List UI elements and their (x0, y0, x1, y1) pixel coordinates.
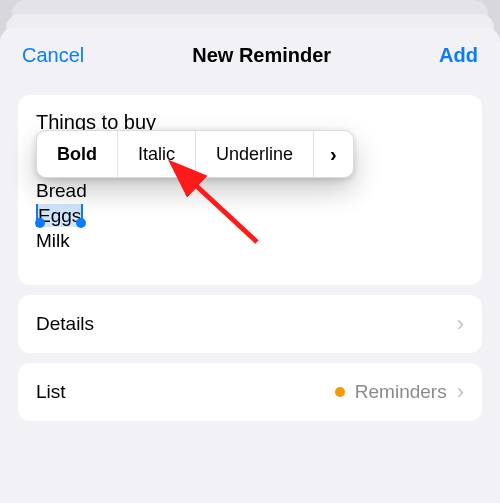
notes-line-2-selected: Eggs (36, 203, 464, 228)
notes-line-3: Milk (36, 228, 464, 253)
reminder-edit-card[interactable]: Things to buy Bread Eggs Milk (18, 95, 482, 285)
chevron-right-icon: › (457, 379, 464, 405)
more-formats-button[interactable]: › (314, 131, 353, 177)
text-format-popover: Bold Italic Underline › (36, 130, 354, 178)
nav-bar: Cancel New Reminder Add (0, 44, 500, 85)
add-button[interactable]: Add (439, 44, 478, 67)
chevron-right-icon: › (330, 143, 337, 166)
notes-line-1: Bread (36, 178, 464, 203)
details-label: Details (36, 313, 94, 335)
cancel-button[interactable]: Cancel (22, 44, 84, 67)
list-color-dot-icon (335, 387, 345, 397)
list-label: List (36, 381, 66, 403)
list-row[interactable]: List Reminders › (18, 363, 482, 421)
details-row[interactable]: Details › (18, 295, 482, 353)
list-name-value: Reminders (355, 381, 447, 403)
page-title: New Reminder (192, 44, 331, 67)
new-reminder-sheet: Cancel New Reminder Add Things to buy Br… (0, 28, 500, 503)
list-value-group: Reminders › (335, 379, 464, 405)
reminder-notes-field[interactable]: Bread Eggs Milk (36, 178, 464, 253)
bold-button[interactable]: Bold (37, 131, 118, 177)
italic-button[interactable]: Italic (118, 131, 196, 177)
chevron-right-icon: › (457, 311, 464, 337)
underline-button[interactable]: Underline (196, 131, 314, 177)
